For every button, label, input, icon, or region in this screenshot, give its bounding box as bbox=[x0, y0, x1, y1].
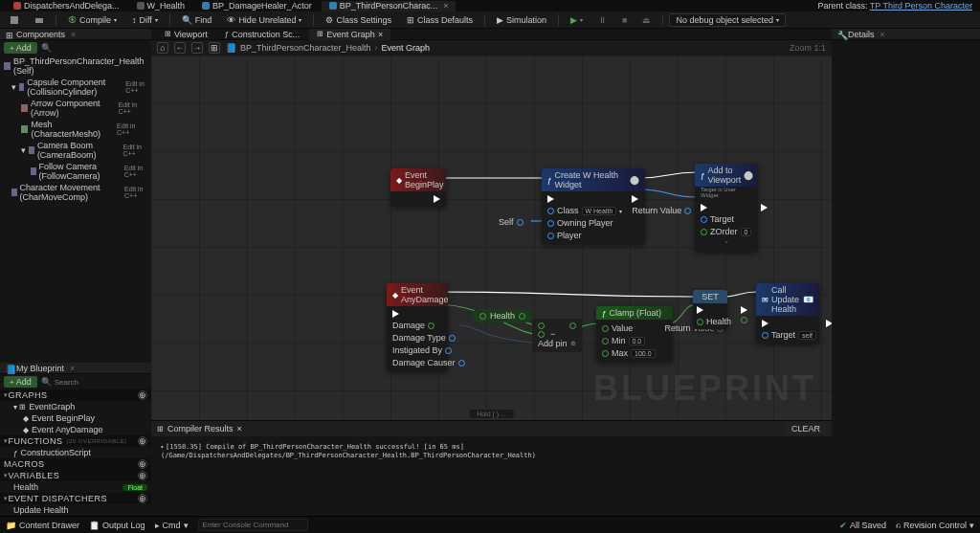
components-search-input[interactable] bbox=[55, 44, 155, 53]
revision-control-button[interactable]: ⎌ Revision Control ▾ bbox=[896, 521, 974, 530]
add-graph-button[interactable]: ⊕ bbox=[138, 390, 147, 400]
event-anydamage-row[interactable]: ◆ Event AnyDamage bbox=[0, 424, 151, 435]
breakpoint-icon[interactable]: ⬤ bbox=[630, 175, 639, 185]
file-tabs: DispatchersAndDelega... W_Health BP_Dama… bbox=[0, 0, 980, 11]
node-self-ref[interactable]: Self bbox=[491, 215, 531, 229]
node-create-widget[interactable]: ƒ Create W Health Widget⬤ ClassW Health▾… bbox=[542, 168, 645, 244]
blueprint-watermark: BLUEPRINT bbox=[593, 368, 816, 409]
svg-rect-1 bbox=[35, 18, 43, 23]
eventgraph-row[interactable]: ▾ ⊞ EventGraph bbox=[0, 401, 151, 412]
component-row[interactable]: ▾Capsule Component (CollisionCylinder)Ed… bbox=[0, 77, 151, 98]
add-dispatcher-button[interactable]: ⊕ bbox=[138, 494, 147, 503]
search-icon: 🔍 bbox=[41, 377, 51, 387]
constructionscript-row[interactable]: ƒ ConstructionScript bbox=[0, 447, 151, 458]
add-variable-button[interactable]: ⊕ bbox=[138, 471, 147, 480]
section-functions[interactable]: ▾ FUNCTIONS(20 OVERRIDABLE)⊕ bbox=[0, 435, 151, 447]
section-graphs[interactable]: ▾ GRAPHS⊕ bbox=[0, 389, 151, 401]
close-icon[interactable]: × bbox=[443, 1, 448, 11]
tab-label: BP_ThirdPersonCharac... bbox=[340, 1, 438, 11]
hide-unrelated-button[interactable]: 👁Hide Unrelated▾ bbox=[221, 13, 307, 27]
compiler-results-panel: ⊞ Compiler Results× CLEAR • [1558.35] Co… bbox=[151, 420, 832, 516]
section-variables[interactable]: ▾ VARIABLES⊕ bbox=[0, 470, 151, 481]
file-tab[interactable]: BP_DamageHealer_Actor bbox=[194, 1, 320, 11]
viewport-tab[interactable]: ⊞ Viewport bbox=[157, 29, 215, 40]
expand-icon[interactable]: ˅ bbox=[695, 240, 758, 252]
console-input[interactable] bbox=[198, 519, 308, 531]
node-event-anydamage[interactable]: ◆ Event AnyDamage Damage Damage Type Ins… bbox=[387, 283, 448, 371]
compile-button[interactable]: ⦿Compile▾ bbox=[62, 13, 122, 27]
all-saved-indicator[interactable]: ✔ All Saved bbox=[839, 521, 886, 530]
component-row[interactable]: Arrow Component (Arrow)Edit in C++ bbox=[0, 98, 151, 119]
section-macros[interactable]: MACROS⊕ bbox=[0, 458, 151, 470]
eject-button[interactable]: ⏏ bbox=[636, 13, 657, 27]
dispatcher-row[interactable]: Update Health bbox=[0, 504, 151, 516]
close-icon[interactable]: × bbox=[70, 364, 75, 373]
event-beginplay-row[interactable]: ◆ Event BeginPlay bbox=[0, 412, 151, 424]
node-set-variable[interactable]: SET Health bbox=[693, 290, 727, 329]
file-tab[interactable]: W_Health bbox=[129, 1, 193, 11]
close-icon[interactable]: × bbox=[378, 30, 383, 39]
eventgraph-tab[interactable]: ⊞ Event Graph× bbox=[309, 29, 390, 40]
class-settings-button[interactable]: ⚙Class Settings bbox=[320, 13, 397, 27]
content-drawer-button[interactable]: 📁 Content Drawer bbox=[6, 521, 79, 530]
node-clamp-float[interactable]: ƒ Clamp (Float) Value Min0.0 Max100.0 Re… bbox=[596, 306, 673, 362]
components-tree: BP_ThirdPersonCharacter_Health (Self) ▾C… bbox=[0, 56, 151, 203]
canvas-hint: Hold ( ) ... bbox=[469, 410, 514, 418]
variable-type-pill[interactable]: Float bbox=[122, 484, 147, 491]
add-blueprint-item-button[interactable]: + Add bbox=[4, 376, 37, 388]
diff-button[interactable]: ↕Diff▾ bbox=[126, 13, 164, 27]
browse-icon[interactable] bbox=[29, 13, 50, 27]
mail-icon: 📧 bbox=[803, 295, 813, 304]
debug-object-dropdown[interactable]: No debug object selected▾ bbox=[669, 13, 786, 27]
file-tab[interactable]: DispatchersAndDelega... bbox=[6, 1, 127, 11]
close-icon[interactable]: × bbox=[880, 30, 885, 39]
node-variable-health[interactable]: Health bbox=[472, 309, 533, 322]
nav-back-button[interactable]: ← bbox=[174, 42, 186, 54]
clear-button[interactable]: CLEAR bbox=[786, 423, 826, 434]
parent-class-link[interactable]: TP Third Person Character bbox=[870, 1, 972, 11]
graph-canvas[interactable]: ◆ Event BeginPlay ƒ Create W Health Widg… bbox=[151, 56, 832, 420]
compiler-message: • [1558.35] Compile of BP_ThirdPersonCha… bbox=[151, 436, 832, 516]
save-icon[interactable] bbox=[4, 13, 25, 27]
nav-fwd-button[interactable]: → bbox=[191, 42, 203, 54]
node-event-beginplay[interactable]: ◆ Event BeginPlay bbox=[390, 168, 446, 207]
breadcrumb-root[interactable]: BP_ThirdPersonCharacter_Health bbox=[240, 43, 371, 53]
myblueprint-panel-tab[interactable]: 📘My Blueprint× bbox=[0, 363, 151, 374]
add-macro-button[interactable]: ⊕ bbox=[138, 459, 147, 469]
output-log-button[interactable]: 📋 Output Log bbox=[89, 521, 145, 530]
close-icon[interactable]: × bbox=[237, 424, 242, 433]
play-button[interactable]: ▶▾ bbox=[565, 13, 589, 27]
find-button[interactable]: 🔍Find bbox=[176, 13, 218, 27]
component-row[interactable]: Character Movement (CharMoveComp)Edit in… bbox=[0, 182, 151, 203]
add-function-button[interactable]: ⊕ bbox=[138, 436, 147, 446]
cmd-button[interactable]: ▸ Cmd ▾ bbox=[155, 521, 189, 530]
construction-tab[interactable]: ƒ Construction Sc... bbox=[217, 29, 307, 40]
zoom-label: Zoom 1:1 bbox=[790, 43, 826, 53]
breakpoint-icon[interactable]: ⬤ bbox=[744, 170, 753, 180]
class-defaults-button[interactable]: ⊞Class Defaults bbox=[401, 13, 479, 27]
stop-button[interactable]: ■ bbox=[616, 13, 633, 27]
compiler-results-tab[interactable]: ⊞ Compiler Results× CLEAR bbox=[151, 421, 832, 436]
details-panel-tab[interactable]: 🔧Details× bbox=[832, 29, 980, 40]
nav-icon[interactable]: ⊞ bbox=[209, 42, 220, 54]
nav-home-button[interactable]: ⌂ bbox=[157, 42, 168, 54]
components-panel-tab[interactable]: ⊞Components× bbox=[0, 29, 151, 40]
graph-breadcrumb: ⌂ ← → ⊞ 📘 BP_ThirdPersonCharacter_Health… bbox=[151, 40, 832, 56]
close-icon[interactable]: × bbox=[71, 30, 76, 39]
breadcrumb-leaf[interactable]: Event Graph bbox=[382, 43, 431, 53]
myblueprint-search-input[interactable] bbox=[55, 378, 155, 387]
component-row[interactable]: Mesh (CharacterMesh0)Edit in C++ bbox=[0, 119, 151, 140]
pause-button[interactable]: ⏸ bbox=[592, 13, 612, 27]
add-component-button[interactable]: + Add bbox=[4, 42, 37, 54]
node-subtract[interactable]: − Add pin ⊕ bbox=[532, 319, 582, 352]
bp-icon: 📘 bbox=[226, 43, 236, 53]
component-row[interactable]: Follow Camera (FollowCamera)Edit in C++ bbox=[0, 161, 151, 182]
node-call-update-health[interactable]: ✉ Call Update Health📧 Targetself bbox=[756, 283, 819, 344]
node-add-to-viewport[interactable]: ƒ Add to Viewport⬤ Target is User Widget… bbox=[695, 164, 758, 252]
simulation-button[interactable]: ▶Simulation bbox=[491, 13, 552, 27]
component-row[interactable]: BP_ThirdPersonCharacter_Health (Self) bbox=[0, 56, 151, 77]
component-row[interactable]: ▾Camera Boom (CameraBoom)Edit in C++ bbox=[0, 140, 151, 161]
variable-health-row[interactable]: HealthFloat bbox=[0, 481, 151, 493]
section-dispatchers[interactable]: ▾ EVENT DISPATCHERS⊕ bbox=[0, 493, 151, 504]
file-tab[interactable]: BP_ThirdPersonCharac...× bbox=[322, 1, 457, 11]
